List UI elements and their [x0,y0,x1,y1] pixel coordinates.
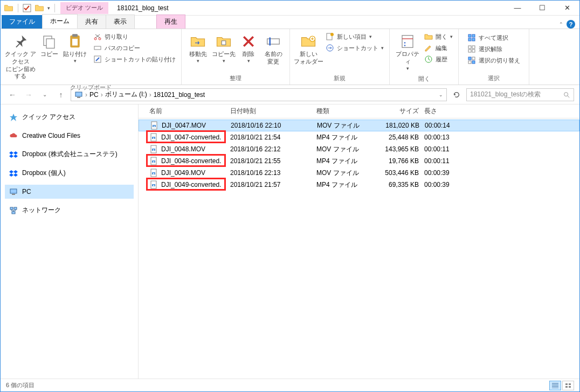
file-row[interactable]: DJI_0047.MOV2018/10/16 22:10MOV ファイル181,… [139,120,579,131]
copy-path-button[interactable]: パスのコピー [91,43,178,53]
file-tab[interactable]: ファイル [2,15,43,29]
tab-share[interactable]: 共有 [77,15,106,29]
file-list[interactable]: 名前 日付時刻 種類 サイズ 長さ DJI_0047.MOV2018/10/16… [139,104,579,379]
delete-button[interactable]: 削除▾ [237,31,260,64]
checkbox-checked-icon[interactable] [23,4,31,12]
cut-button[interactable]: 切り取り [91,31,178,42]
help-icon[interactable]: ? [567,20,575,29]
breadcrumb-volume[interactable]: ボリューム (I:) [105,90,147,99]
breadcrumb-folder[interactable]: 181021_blog_test [154,91,205,99]
dropbox-icon [9,150,18,159]
maximize-button[interactable]: ☐ [530,1,555,15]
up-button[interactable]: ↑ [54,88,67,101]
col-header-date[interactable]: 日付時刻 [230,107,316,116]
folder-icon[interactable] [34,3,44,13]
svg-rect-11 [267,39,280,44]
file-row[interactable]: DJI_0048-converted.2018/10/21 21:55MP4 フ… [139,155,579,167]
file-length: 00:00:11 [424,145,473,153]
search-box[interactable]: 181021_blog_testの検索 [466,88,574,101]
refresh-icon [453,91,460,99]
file-name: DJI_0048-converted. [149,157,230,165]
ribbon-collapse-icon[interactable]: ⌃ [559,22,563,27]
group-label-open: 開く [390,74,458,85]
svg-rect-23 [468,38,471,41]
pin-to-quick-access-button[interactable]: クイック アクセス にピン留めする [4,31,37,80]
new-item-button[interactable]: 新しい項目 ▾ [323,31,386,42]
file-length: 00:00:39 [424,169,473,177]
breadcrumb-pc[interactable]: PC [89,91,99,99]
paste-shortcut-button[interactable]: ショートカットの貼り付け [91,54,178,65]
status-bar: 6 個の項目 [1,379,579,391]
minimize-button[interactable]: — [505,1,530,15]
file-date: 2018/10/21 21:57 [230,181,316,188]
select-all-button[interactable]: すべて選択 [465,32,522,43]
edit-button[interactable]: 編集 [422,43,455,53]
svg-rect-31 [468,61,471,64]
view-large-icons-button[interactable] [562,381,574,390]
tab-play[interactable]: 再生 [156,15,185,29]
nav-quick-access[interactable]: クイック アクセス [5,110,134,124]
open-button[interactable]: 開く ▾ [422,31,455,42]
refresh-button[interactable] [450,88,463,101]
view-details-button[interactable] [549,381,561,390]
ribbon-tabs: ファイル ホーム 共有 表示 再生 ⌃ ? [1,16,579,29]
select-none-icon [467,45,476,53]
svg-rect-8 [94,46,101,50]
paste-button[interactable]: 貼り付け ▾ [61,31,89,64]
file-date: 2018/10/16 22:10 [231,122,317,129]
new-item-icon [326,32,334,41]
shortcut-icon [93,55,102,64]
col-header-size[interactable]: サイズ [376,107,424,116]
copy-to-button[interactable]: コピー先▾ [211,31,237,64]
nav-network[interactable]: ネットワーク [5,203,134,218]
history-button[interactable]: 履歴 [422,54,455,65]
nav-dropbox-corp[interactable]: Dropbox (株式会社ニューステラ) [5,147,134,162]
address-bar[interactable]: › PC › ボリューム (I:) › 181021_blog_test ⌄ [71,88,447,101]
svg-point-15 [330,33,334,36]
qat-dropdown-icon[interactable]: ▾ [47,5,50,11]
copy-button[interactable]: コピー [37,31,61,58]
file-type: MOV ファイル [316,145,376,154]
window-title: 181021_blog_test [117,4,168,12]
svg-rect-32 [472,61,475,64]
col-header-name[interactable]: 名前 [149,107,230,116]
file-row[interactable]: DJI_0049-converted.2018/10/21 21:57MP4 フ… [139,179,579,191]
invert-selection-button[interactable]: 選択の切り替え [465,55,522,66]
file-name: DJI_0048.MOV [149,145,230,153]
file-name: DJI_0047-converted. [149,133,230,142]
back-button[interactable]: ← [6,88,19,101]
file-row[interactable]: DJI_0047-converted.2018/10/21 21:54MP4 フ… [139,131,579,143]
rename-button[interactable]: 名前の 変更 [260,31,286,66]
navigation-pane[interactable]: クイック アクセス Creative Cloud Files Dropbox (… [1,104,139,379]
file-row[interactable]: DJI_0049.MOV2018/10/16 22:13MOV ファイル503,… [139,167,579,179]
nav-dropbox-personal[interactable]: Dropbox (個人) [5,166,134,180]
col-header-type[interactable]: 種類 [316,107,376,116]
easy-access-button[interactable]: ショートカット ▾ [323,43,386,53]
edit-icon [424,44,433,52]
close-button[interactable]: ✕ [555,1,579,15]
svg-rect-25 [468,46,471,48]
col-header-length[interactable]: 長さ [424,107,473,116]
svg-point-7 [99,38,101,40]
rename-icon [265,33,281,50]
file-type: MP4 ファイル [316,133,376,142]
forward-button[interactable]: → [22,88,35,101]
file-size: 25,448 KB [376,134,424,141]
recent-locations-button[interactable]: ⌄ [38,88,51,101]
file-name: DJI_0049-converted. [149,180,230,189]
new-folder-button[interactable]: 新しい フォルダー [293,31,323,66]
tab-view[interactable]: 表示 [106,15,135,29]
svg-rect-36 [10,189,17,193]
move-to-button[interactable]: 移動先▾ [185,31,211,64]
select-none-button[interactable]: 選択解除 [465,44,522,54]
svg-point-6 [94,38,96,40]
svg-rect-10 [222,41,226,45]
file-row[interactable]: DJI_0048.MOV2018/10/16 22:12MOV ファイル143,… [139,143,579,155]
pc-icon [9,187,18,196]
tab-home[interactable]: ホーム [42,14,78,29]
properties-button[interactable]: プロパティ▾ [393,31,422,72]
ribbon: クイック アクセス にピン留めする コピー 貼り付け ▾ 切り取り パスのコピー… [1,29,579,85]
nav-creative-cloud[interactable]: Creative Cloud Files [5,129,134,143]
group-label-new: 新規 [290,73,389,85]
nav-pc[interactable]: PC [5,185,134,199]
